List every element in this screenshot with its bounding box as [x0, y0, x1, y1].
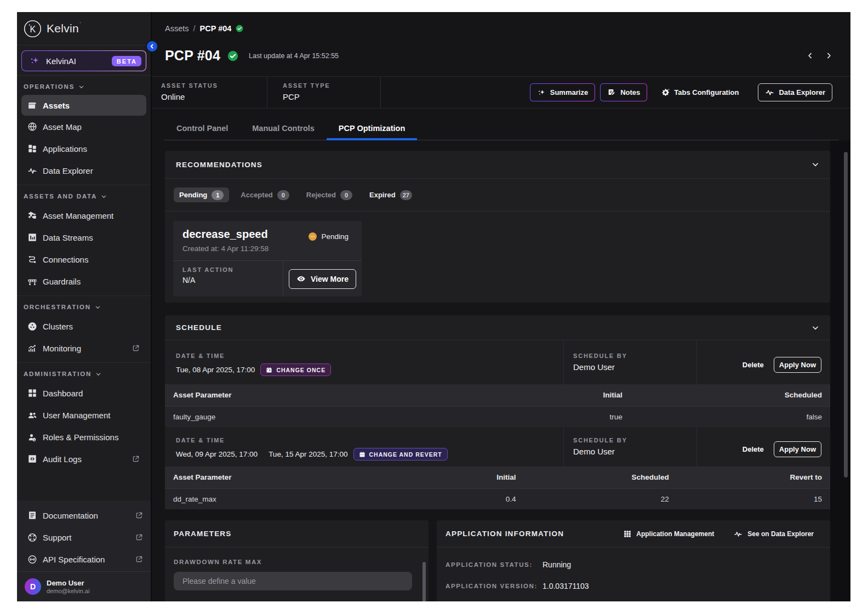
sidebar-item-label: Audit Logs [43, 454, 127, 464]
apply-now-button[interactable]: Apply Now [774, 441, 821, 457]
filter-expired[interactable]: Expired 27 [364, 187, 418, 202]
scheduled-value: 22 [524, 488, 677, 509]
parameter-input[interactable]: Please define a value [174, 572, 412, 590]
sidebar-divider [17, 295, 151, 296]
summarize-button[interactable]: Summarize [530, 83, 595, 101]
asset-management-icon [27, 211, 37, 220]
filter-label: Accepted [241, 191, 273, 199]
sidebar-item-asset-management[interactable]: Asset Management [21, 204, 146, 226]
recommendations-section: RECOMMENDATIONS Pending 1 Accepted 0 [165, 151, 830, 303]
collapse-section-button[interactable] [812, 324, 819, 332]
globe-icon [27, 122, 37, 132]
scrollbar-thumb[interactable] [844, 152, 848, 477]
sidebar-item-audit-logs[interactable]: Audit Logs [21, 448, 146, 470]
assets-icon [27, 100, 37, 110]
tab-manual-controls[interactable]: Manual Controls [240, 117, 327, 140]
schedule-entry: DATE & TIME Tue, 08 Apr 2025, 17:00 CHAN… [165, 340, 830, 384]
external-link-icon [132, 344, 140, 352]
filter-accepted[interactable]: Accepted 0 [235, 187, 295, 202]
application-management-label: Application Management [636, 530, 714, 538]
sidebar-item-label: Asset Map [43, 122, 140, 132]
section-label-administration[interactable]: ADMINISTRATION [17, 366, 151, 382]
schedule-by-label: SCHEDULE BY [573, 437, 696, 444]
badge-label: CHANGE AND REVERT [369, 451, 442, 458]
chevron-down-icon [812, 161, 819, 168]
section-label-text: ORCHESTRATION [24, 304, 91, 310]
sidebar-item-api-specification[interactable]: API Specification [17, 548, 151, 570]
sidebar-item-data-explorer[interactable]: Data Explorer [21, 160, 146, 181]
document-icon [27, 510, 37, 520]
brand-logo[interactable]: K Kelvin· [17, 12, 151, 45]
sidebar-collapse-button[interactable] [146, 40, 158, 53]
chevron-left-icon [149, 43, 155, 49]
asset-status-label: ASSET STATUS [161, 82, 267, 89]
tab-control-panel[interactable]: Control Panel [164, 117, 240, 140]
sidebar-item-label: Clusters [43, 322, 140, 331]
dashboard-icon [27, 388, 37, 398]
grid-icon [624, 530, 631, 538]
bar-chart-icon [27, 232, 37, 242]
view-more-button[interactable]: View More [289, 269, 356, 289]
sidebar-item-support[interactable]: Support [17, 526, 151, 548]
chevron-down-icon [101, 194, 107, 200]
sidebar-item-label: Dashboard [43, 389, 140, 398]
schedule-by-label: SCHEDULE BY [573, 353, 696, 359]
collapse-section-button[interactable] [812, 161, 819, 168]
pending-status-icon [309, 232, 317, 241]
sidebar-item-roles-permissions[interactable]: Roles & Permissions [21, 426, 146, 448]
section-label-orchestration[interactable]: ORCHESTRATION [17, 299, 151, 315]
sidebar-item-clusters[interactable]: Clusters [21, 315, 146, 337]
page-header: PCP #04 Last update at 4 Apr 15:52:55 [152, 35, 850, 76]
sidebar-item-data-streams[interactable]: Data Streams [21, 226, 146, 248]
tabs-configuration-button[interactable]: Tabs Configuration [655, 83, 745, 101]
filter-pending[interactable]: Pending 1 [174, 187, 229, 202]
sidebar-item-dashboard[interactable]: Dashboard [21, 382, 146, 404]
next-asset-button[interactable] [825, 52, 832, 59]
last-action-label: LAST ACTION [182, 266, 283, 273]
prev-asset-button[interactable] [807, 52, 814, 59]
column-header: Initial [364, 467, 524, 488]
svg-text:K: K [30, 24, 36, 33]
data-explorer-button[interactable]: Data Explorer [758, 83, 832, 101]
section-label-operations[interactable]: OPERATIONS [17, 78, 151, 95]
sidebar-item-kelvinai[interactable]: KelvinAI BETA [21, 50, 146, 71]
table-row: dd_rate_max 0.4 22 15 [165, 488, 830, 509]
recommendation-status: Pending [309, 232, 349, 241]
external-link-icon [135, 511, 143, 519]
initial-value: 0.4 [364, 488, 524, 509]
section-label-assets-and-data[interactable]: ASSETS AND DATA [17, 188, 151, 204]
parameters-scrollbar-thumb[interactable] [422, 562, 426, 601]
sidebar-item-connections[interactable]: Connections [21, 248, 146, 270]
parameters-header: PARAMETERS [165, 520, 429, 548]
breadcrumb-assets-link[interactable]: Assets [165, 24, 189, 33]
breadcrumb: Assets / PCP #04 [152, 12, 850, 35]
date-time-label: DATE & TIME [176, 437, 563, 444]
sidebar-item-user-management[interactable]: User Management [21, 404, 146, 426]
sidebar-item-label: Applications [43, 144, 140, 154]
sidebar-item-guardrails[interactable]: Guardrails [21, 270, 146, 292]
apply-now-button[interactable]: Apply Now [774, 357, 821, 373]
sidebar-item-label: Data Explorer [43, 166, 140, 175]
sidebar-item-monitoring[interactable]: Monitoring [21, 337, 146, 359]
page-title: PCP #04 [165, 48, 220, 64]
application-information-section: APPLICATION INFORMATION Application Mana… [437, 520, 830, 601]
filter-rejected[interactable]: Rejected 0 [301, 187, 358, 202]
chevron-down-icon [812, 324, 819, 332]
sidebar-item-asset-map[interactable]: Asset Map [21, 116, 146, 138]
chevron-down-icon [78, 84, 84, 90]
sidebar-item-applications[interactable]: Applications [21, 138, 146, 160]
sidebar-item-documentation[interactable]: Documentation [17, 504, 151, 526]
application-management-button[interactable]: Application Management [624, 530, 714, 538]
filter-label: Rejected [306, 191, 336, 199]
user-menu[interactable]: D Demo User demo@kelvin.ai [17, 571, 151, 601]
tab-pcp-optimization[interactable]: PCP Optimization [327, 117, 417, 140]
kelvin-logo-icon: K [24, 20, 42, 38]
sidebar-item-assets[interactable]: Assets [21, 95, 146, 116]
asset-status-value: Online [161, 92, 267, 101]
delete-button[interactable]: Delete [743, 361, 764, 369]
notes-button[interactable]: Notes [600, 83, 647, 101]
application-status-label: APPLICATION STATUS: [446, 561, 542, 568]
delete-button[interactable]: Delete [743, 445, 764, 453]
see-on-data-explorer-button[interactable]: See on Data Explorer [734, 530, 814, 538]
beta-badge: BETA [112, 56, 141, 66]
